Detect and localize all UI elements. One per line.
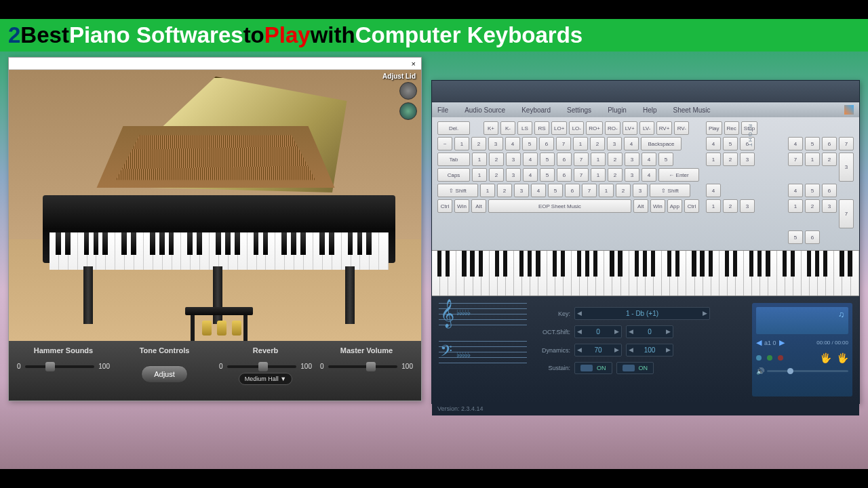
kb-key[interactable]: 5 (658, 152, 673, 166)
kb-key[interactable]: Caps (437, 168, 470, 182)
oct-right[interactable]: ◀0▶ (626, 325, 673, 338)
lid-knob-icon[interactable] (399, 82, 417, 100)
kb-key[interactable]: 5 (522, 137, 537, 150)
kb-key[interactable]: 1 (706, 199, 721, 213)
kb-key[interactable]: 2 (616, 184, 631, 197)
kb-key[interactable]: Win (650, 199, 665, 213)
kb-key[interactable]: 1 (706, 152, 721, 166)
volume-slider[interactable] (328, 365, 398, 368)
kb-key[interactable]: App (667, 199, 682, 213)
dyn-right[interactable]: ◀100▶ (626, 344, 673, 357)
kb-key[interactable]: Play (706, 121, 722, 135)
kb-key[interactable]: Ctrl (684, 199, 699, 213)
kb-key[interactable]: Alt (471, 199, 486, 213)
volume-slider[interactable] (767, 370, 848, 372)
kb-key[interactable]: Win (454, 199, 469, 213)
play-icon[interactable]: ◀ (756, 338, 762, 347)
kb-key[interactable]: LO- (569, 121, 584, 135)
kb-key[interactable]: 3 (740, 152, 755, 166)
kb-key[interactable]: 3 (607, 137, 622, 150)
kb-key[interactable]: 1 (472, 152, 487, 166)
kb-key[interactable]: 1 (573, 137, 588, 150)
kb-key[interactable]: Backspace (641, 137, 682, 150)
kb-key[interactable]: 1 (454, 137, 469, 150)
kb-key[interactable]: LS (517, 121, 532, 135)
kb-key[interactable]: RV- (674, 121, 689, 135)
kb-key[interactable]: 2 (805, 199, 820, 213)
close-button[interactable]: × (409, 60, 418, 68)
sustain-right-toggle[interactable]: ON (616, 362, 654, 374)
speaker-icon[interactable]: 🔊 (756, 367, 764, 375)
kb-key[interactable]: 6 (822, 137, 837, 150)
kb-key[interactable]: 2 (497, 184, 512, 197)
kb-key[interactable]: 7 (582, 184, 597, 197)
next-icon[interactable]: ▶ (779, 338, 785, 347)
kb-key[interactable]: 2 (471, 137, 486, 150)
kb-key[interactable]: 2 (723, 199, 738, 213)
kb-key[interactable]: 3 (633, 184, 648, 197)
kb-key[interactable]: 1 (480, 184, 495, 197)
kb-key[interactable]: 3 (514, 184, 529, 197)
kb-key[interactable]: 5 (540, 168, 555, 182)
kb-key[interactable]: 6 (822, 184, 837, 197)
kb-key[interactable]: 3 (625, 168, 639, 182)
kb-key[interactable]: 2 (489, 168, 504, 182)
kb-key[interactable]: 5 (540, 152, 555, 166)
kb-key[interactable]: 2 (489, 152, 504, 166)
kb-key[interactable]: 1 (788, 199, 803, 213)
kb-key[interactable]: 4 (624, 137, 639, 150)
kb-key[interactable]: 4 (523, 152, 538, 166)
kb-key[interactable]: 3 (740, 199, 755, 213)
kb-key[interactable]: 3 (839, 152, 854, 182)
menu-keyboard[interactable]: Keyboard (521, 106, 551, 114)
kb-key[interactable]: 4 (642, 168, 656, 182)
kb-key[interactable]: ⇧ Shift (437, 184, 478, 197)
kb-key[interactable]: 5 (723, 137, 738, 150)
right-hand-icon[interactable]: 🖐 (837, 352, 848, 363)
kb-key[interactable]: 7 (788, 152, 803, 166)
kb-key[interactable]: Del. (437, 121, 470, 135)
kb-key[interactable]: 1 (805, 152, 820, 166)
menu-plugin[interactable]: Plugin (608, 106, 627, 114)
dyn-left[interactable]: ◀70▶ (574, 344, 622, 357)
adjust-button[interactable]: Adjust (141, 365, 188, 383)
kb-key[interactable]: RS (534, 121, 549, 135)
grid-icon[interactable] (844, 105, 854, 115)
kb-key[interactable]: 5 (788, 230, 803, 244)
menu-sheet[interactable]: Sheet Music (673, 106, 711, 114)
kb-key[interactable]: 4 (706, 184, 721, 197)
kb-key[interactable]: LV- (639, 121, 654, 135)
kb-key[interactable]: 4 (706, 137, 721, 150)
menu-audio[interactable]: Audio Source (465, 106, 505, 114)
key-selector[interactable]: ◀1 - Db (+1)▶ (574, 307, 710, 320)
kb-key[interactable]: 4 (788, 184, 803, 197)
kb-key[interactable]: 4 (788, 137, 803, 150)
kb-key[interactable]: 3 (488, 137, 503, 150)
kb-key[interactable]: 1 (591, 168, 606, 182)
kb-key[interactable]: 3 (506, 152, 521, 166)
kb-key[interactable]: Alt (633, 199, 648, 213)
help-knob-icon[interactable] (399, 102, 417, 120)
kb-key[interactable]: 2 (723, 152, 738, 166)
kb-key[interactable]: 6 (565, 184, 580, 197)
reverb-slider[interactable] (227, 365, 297, 368)
kb-key[interactable]: 7 (574, 168, 589, 182)
kb-key[interactable]: 1 (472, 168, 487, 182)
left-hand-icon[interactable]: 🖐 (820, 352, 831, 363)
kb-key[interactable]: 6 (557, 168, 572, 182)
menu-help[interactable]: Help (643, 106, 657, 114)
kb-key[interactable]: ⇧ Shift (650, 184, 690, 197)
kb-key[interactable]: 3 (625, 152, 639, 166)
kb-key[interactable]: 7 (839, 199, 854, 228)
kb-key[interactable]: 2 (608, 152, 623, 166)
menu-settings[interactable]: Settings (567, 106, 591, 114)
kb-key[interactable]: RV+ (656, 121, 673, 135)
sustain-left-toggle[interactable]: ON (574, 362, 612, 374)
kb-key[interactable]: 3 (506, 168, 521, 182)
kb-key[interactable]: 4 (642, 152, 656, 166)
kb-key[interactable]: 5 (805, 184, 820, 197)
kb-key[interactable]: 4 (523, 168, 538, 182)
hammer-slider[interactable] (25, 365, 95, 368)
kb-key[interactable]: 7 (556, 137, 571, 150)
kb-key[interactable]: ← Enter (658, 168, 699, 182)
